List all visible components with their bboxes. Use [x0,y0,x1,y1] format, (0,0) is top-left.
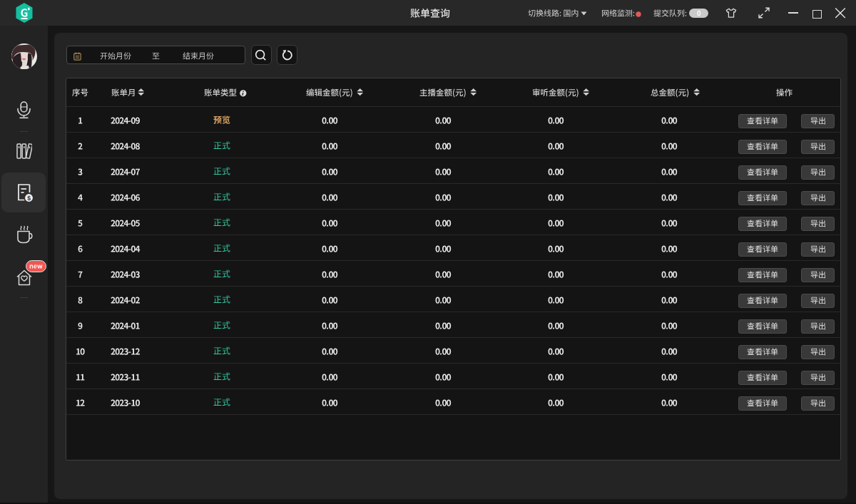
svg-text:$: $ [27,195,31,202]
